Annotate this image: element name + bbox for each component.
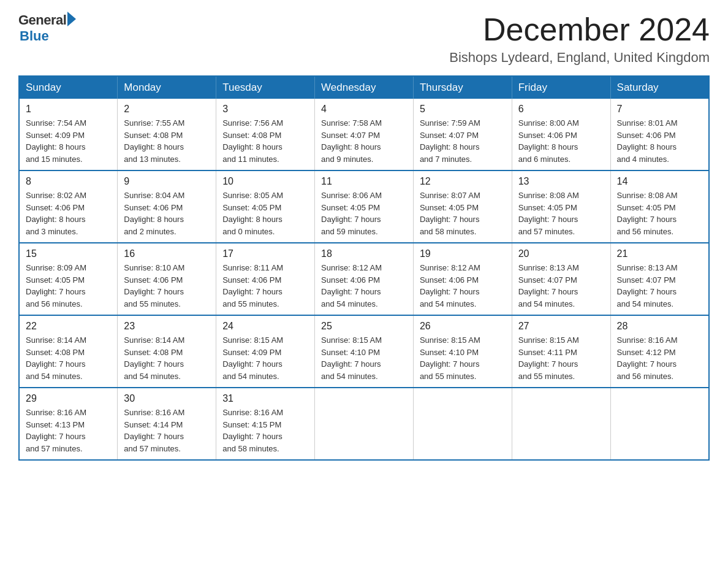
day-number: 20 xyxy=(518,248,604,259)
calendar-cell: 4Sunrise: 7:58 AM Sunset: 4:07 PM Daylig… xyxy=(315,99,414,170)
calendar-cell: 28Sunrise: 8:16 AM Sunset: 4:12 PM Dayli… xyxy=(610,315,709,388)
day-info: Sunrise: 8:09 AM Sunset: 4:05 PM Dayligh… xyxy=(26,262,111,310)
day-info: Sunrise: 8:07 AM Sunset: 4:05 PM Dayligh… xyxy=(420,190,506,237)
day-info: Sunrise: 8:11 AM Sunset: 4:06 PM Dayligh… xyxy=(222,262,308,310)
calendar-week-row: 29Sunrise: 8:16 AM Sunset: 4:13 PM Dayli… xyxy=(19,388,709,460)
calendar-cell: 1Sunrise: 7:54 AM Sunset: 4:09 PM Daylig… xyxy=(19,99,118,170)
day-info: Sunrise: 8:15 AM Sunset: 4:09 PM Dayligh… xyxy=(222,334,308,382)
day-number: 24 xyxy=(222,321,308,332)
calendar-cell: 2Sunrise: 7:55 AM Sunset: 4:08 PM Daylig… xyxy=(118,99,216,170)
day-number: 1 xyxy=(26,104,111,115)
calendar-cell: 3Sunrise: 7:56 AM Sunset: 4:08 PM Daylig… xyxy=(216,99,315,170)
calendar-cell xyxy=(512,388,610,460)
calendar-cell: 8Sunrise: 8:02 AM Sunset: 4:06 PM Daylig… xyxy=(19,170,118,243)
weekday-header-wednesday: Wednesday xyxy=(315,76,414,99)
weekday-header-tuesday: Tuesday xyxy=(216,76,315,99)
calendar-table: SundayMondayTuesdayWednesdayThursdayFrid… xyxy=(18,75,710,461)
page-header: General Blue December 2024 Bishops Lydea… xyxy=(18,12,710,66)
day-info: Sunrise: 8:13 AM Sunset: 4:07 PM Dayligh… xyxy=(617,262,702,310)
calendar-cell: 5Sunrise: 7:59 AM Sunset: 4:07 PM Daylig… xyxy=(413,99,512,170)
day-number: 22 xyxy=(26,321,111,332)
day-info: Sunrise: 8:12 AM Sunset: 4:06 PM Dayligh… xyxy=(321,262,407,310)
day-number: 19 xyxy=(420,248,506,259)
day-number: 15 xyxy=(26,248,111,259)
day-number: 30 xyxy=(124,393,210,404)
day-info: Sunrise: 8:08 AM Sunset: 4:05 PM Dayligh… xyxy=(518,190,604,237)
logo-arrow-icon xyxy=(67,12,76,26)
day-number: 21 xyxy=(617,248,702,259)
day-number: 26 xyxy=(420,321,506,332)
day-info: Sunrise: 8:12 AM Sunset: 4:06 PM Dayligh… xyxy=(420,262,506,310)
calendar-cell: 20Sunrise: 8:13 AM Sunset: 4:07 PM Dayli… xyxy=(512,243,610,315)
day-info: Sunrise: 8:00 AM Sunset: 4:06 PM Dayligh… xyxy=(518,117,604,165)
day-info: Sunrise: 8:15 AM Sunset: 4:10 PM Dayligh… xyxy=(420,334,506,382)
day-number: 12 xyxy=(420,176,506,187)
calendar-cell: 19Sunrise: 8:12 AM Sunset: 4:06 PM Dayli… xyxy=(413,243,512,315)
day-number: 13 xyxy=(518,176,604,187)
day-info: Sunrise: 8:10 AM Sunset: 4:06 PM Dayligh… xyxy=(124,262,210,310)
day-number: 16 xyxy=(124,248,210,259)
day-info: Sunrise: 7:59 AM Sunset: 4:07 PM Dayligh… xyxy=(420,117,506,165)
day-info: Sunrise: 7:58 AM Sunset: 4:07 PM Dayligh… xyxy=(321,117,407,165)
calendar-cell: 25Sunrise: 8:15 AM Sunset: 4:10 PM Dayli… xyxy=(315,315,414,388)
day-number: 17 xyxy=(222,248,308,259)
weekday-header-sunday: Sunday xyxy=(19,76,118,99)
calendar-cell: 29Sunrise: 8:16 AM Sunset: 4:13 PM Dayli… xyxy=(19,388,118,460)
day-info: Sunrise: 8:16 AM Sunset: 4:13 PM Dayligh… xyxy=(26,407,111,454)
logo-blue-text: Blue xyxy=(20,28,49,44)
day-info: Sunrise: 8:06 AM Sunset: 4:05 PM Dayligh… xyxy=(321,190,407,237)
calendar-cell: 24Sunrise: 8:15 AM Sunset: 4:09 PM Dayli… xyxy=(216,315,315,388)
calendar-cell: 6Sunrise: 8:00 AM Sunset: 4:06 PM Daylig… xyxy=(512,99,610,170)
calendar-cell: 23Sunrise: 8:14 AM Sunset: 4:08 PM Dayli… xyxy=(118,315,216,388)
calendar-cell: 14Sunrise: 8:08 AM Sunset: 4:05 PM Dayli… xyxy=(610,170,709,243)
calendar-cell: 12Sunrise: 8:07 AM Sunset: 4:05 PM Dayli… xyxy=(413,170,512,243)
month-title: December 2024 xyxy=(449,12,710,47)
calendar-cell: 13Sunrise: 8:08 AM Sunset: 4:05 PM Dayli… xyxy=(512,170,610,243)
calendar-cell: 9Sunrise: 8:04 AM Sunset: 4:06 PM Daylig… xyxy=(118,170,216,243)
day-number: 28 xyxy=(617,321,702,332)
day-info: Sunrise: 8:02 AM Sunset: 4:06 PM Dayligh… xyxy=(26,190,111,237)
day-info: Sunrise: 8:14 AM Sunset: 4:08 PM Dayligh… xyxy=(26,334,111,382)
logo: General Blue xyxy=(18,12,76,44)
day-number: 4 xyxy=(321,104,407,115)
calendar-cell: 17Sunrise: 8:11 AM Sunset: 4:06 PM Dayli… xyxy=(216,243,315,315)
day-number: 25 xyxy=(321,321,407,332)
calendar-week-row: 15Sunrise: 8:09 AM Sunset: 4:05 PM Dayli… xyxy=(19,243,709,315)
calendar-cell xyxy=(610,388,709,460)
day-number: 8 xyxy=(26,176,111,187)
day-number: 3 xyxy=(222,104,308,115)
weekday-header-monday: Monday xyxy=(118,76,216,99)
day-number: 27 xyxy=(518,321,604,332)
day-number: 18 xyxy=(321,248,407,259)
day-number: 7 xyxy=(617,104,702,115)
calendar-cell: 16Sunrise: 8:10 AM Sunset: 4:06 PM Dayli… xyxy=(118,243,216,315)
calendar-week-row: 1Sunrise: 7:54 AM Sunset: 4:09 PM Daylig… xyxy=(19,99,709,170)
day-number: 14 xyxy=(617,176,702,187)
calendar-week-row: 22Sunrise: 8:14 AM Sunset: 4:08 PM Dayli… xyxy=(19,315,709,388)
day-number: 10 xyxy=(222,176,308,187)
logo-general-text: General xyxy=(18,12,66,28)
calendar-cell xyxy=(413,388,512,460)
location-subtitle: Bishops Lydeard, England, United Kingdom xyxy=(449,50,710,66)
day-info: Sunrise: 8:16 AM Sunset: 4:12 PM Dayligh… xyxy=(617,334,702,382)
calendar-cell: 15Sunrise: 8:09 AM Sunset: 4:05 PM Dayli… xyxy=(19,243,118,315)
calendar-week-row: 8Sunrise: 8:02 AM Sunset: 4:06 PM Daylig… xyxy=(19,170,709,243)
calendar-cell: 21Sunrise: 8:13 AM Sunset: 4:07 PM Dayli… xyxy=(610,243,709,315)
calendar-cell: 26Sunrise: 8:15 AM Sunset: 4:10 PM Dayli… xyxy=(413,315,512,388)
day-info: Sunrise: 8:08 AM Sunset: 4:05 PM Dayligh… xyxy=(617,190,702,237)
calendar-cell: 30Sunrise: 8:16 AM Sunset: 4:14 PM Dayli… xyxy=(118,388,216,460)
day-number: 23 xyxy=(124,321,210,332)
day-number: 6 xyxy=(518,104,604,115)
day-number: 31 xyxy=(222,393,308,404)
calendar-cell: 18Sunrise: 8:12 AM Sunset: 4:06 PM Dayli… xyxy=(315,243,414,315)
title-block: December 2024 Bishops Lydeard, England, … xyxy=(449,12,710,66)
day-info: Sunrise: 8:13 AM Sunset: 4:07 PM Dayligh… xyxy=(518,262,604,310)
day-info: Sunrise: 7:56 AM Sunset: 4:08 PM Dayligh… xyxy=(222,117,308,165)
weekday-header-row: SundayMondayTuesdayWednesdayThursdayFrid… xyxy=(19,76,709,99)
calendar-cell: 10Sunrise: 8:05 AM Sunset: 4:05 PM Dayli… xyxy=(216,170,315,243)
day-info: Sunrise: 7:54 AM Sunset: 4:09 PM Dayligh… xyxy=(26,117,111,165)
weekday-header-thursday: Thursday xyxy=(413,76,512,99)
calendar-cell: 31Sunrise: 8:16 AM Sunset: 4:15 PM Dayli… xyxy=(216,388,315,460)
day-number: 5 xyxy=(420,104,506,115)
day-info: Sunrise: 8:04 AM Sunset: 4:06 PM Dayligh… xyxy=(124,190,210,237)
